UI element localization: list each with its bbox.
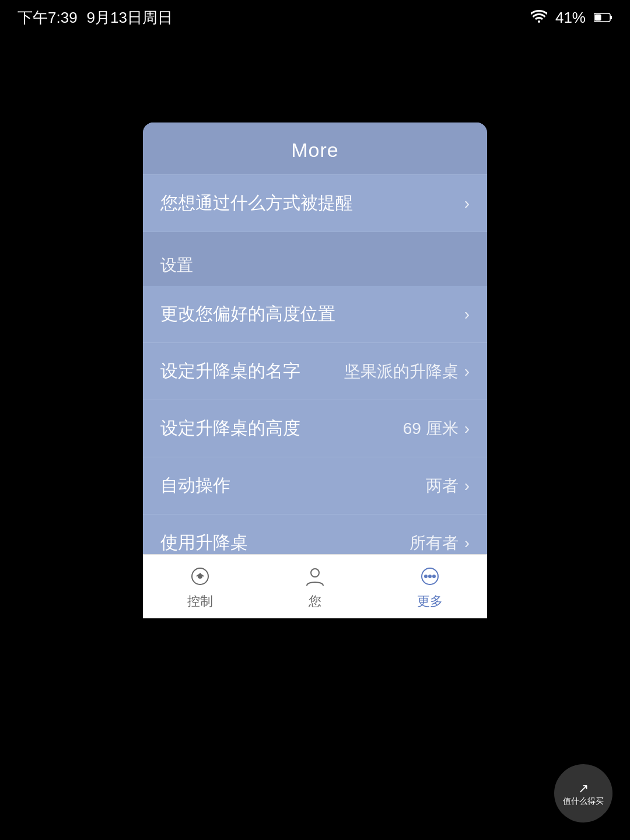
desk-users-value: 所有者 bbox=[410, 532, 459, 554]
desk-name-right: 坚果派的升降桌 › bbox=[344, 360, 470, 383]
auto-operation-item[interactable]: 自动操作 两者 › bbox=[143, 457, 487, 514]
time: 下午7:39 bbox=[18, 8, 78, 28]
notification-right: › bbox=[464, 194, 470, 213]
svg-rect-2 bbox=[595, 14, 601, 20]
watermark-arrow-icon: ↗ bbox=[578, 781, 589, 796]
svg-point-7 bbox=[425, 575, 427, 578]
gap-1 bbox=[143, 232, 487, 242]
desk-name-label: 设定升降桌的名字 bbox=[160, 359, 300, 383]
auto-operation-right: 两者 › bbox=[426, 475, 470, 497]
control-icon bbox=[187, 564, 213, 589]
auto-operation-label: 自动操作 bbox=[160, 474, 230, 498]
status-bar: 下午7:39 9月13日周日 41% bbox=[0, 0, 630, 35]
more-icon bbox=[417, 564, 443, 589]
chevron-icon-4: › bbox=[464, 419, 470, 438]
tab-control[interactable]: 控制 bbox=[176, 559, 225, 615]
svg-point-5 bbox=[311, 569, 319, 577]
desk-name-value: 坚果派的升降桌 bbox=[344, 360, 459, 383]
desk-height-right: 69 厘米 › bbox=[403, 418, 470, 440]
desk-name-item[interactable]: 设定升降桌的名字 坚果派的升降桌 › bbox=[143, 343, 487, 400]
watermark-badge: ↗ 值什么得买 bbox=[554, 764, 612, 822]
date: 9月13日周日 bbox=[87, 8, 173, 28]
wifi-icon bbox=[531, 9, 547, 27]
battery-percent: 41% bbox=[555, 9, 586, 27]
desk-height-label: 设定升降桌的高度 bbox=[160, 416, 300, 440]
app-header: More bbox=[143, 123, 487, 174]
tab-more-label: 更多 bbox=[417, 593, 443, 610]
tab-bar: 控制 您 更多 bbox=[143, 554, 487, 618]
height-position-right: › bbox=[464, 305, 470, 324]
chevron-icon-3: › bbox=[464, 362, 470, 381]
desk-users-label: 使用升降桌 bbox=[160, 531, 248, 555]
desk-users-right: 所有者 › bbox=[410, 532, 470, 554]
watermark-text: 值什么得买 bbox=[563, 796, 604, 806]
tab-user[interactable]: 您 bbox=[290, 559, 340, 615]
tab-control-label: 控制 bbox=[187, 593, 213, 610]
settings-title: 设置 bbox=[160, 256, 193, 274]
chevron-icon-2: › bbox=[464, 305, 470, 324]
tab-user-label: 您 bbox=[309, 593, 321, 610]
desk-height-item[interactable]: 设定升降桌的高度 69 厘米 › bbox=[143, 400, 487, 457]
app-title: More bbox=[291, 139, 338, 161]
svg-point-4 bbox=[198, 575, 202, 578]
notification-section: 您想通过什么方式被提醒 › bbox=[143, 174, 487, 232]
notification-label: 您想通过什么方式被提醒 bbox=[160, 191, 353, 215]
battery-icon bbox=[594, 9, 612, 27]
app-container: More 您想通过什么方式被提醒 › 设置 更改您偏好的高度位置 › 设定升降桌… bbox=[143, 123, 487, 612]
height-position-label: 更改您偏好的高度位置 bbox=[160, 302, 335, 326]
tab-more[interactable]: 更多 bbox=[405, 559, 454, 615]
chevron-icon-5: › bbox=[464, 477, 470, 495]
status-bar-right: 41% bbox=[531, 9, 612, 27]
height-position-item[interactable]: 更改您偏好的高度位置 › bbox=[143, 286, 487, 343]
chevron-icon: › bbox=[464, 194, 470, 213]
user-icon bbox=[302, 564, 328, 589]
auto-operation-value: 两者 bbox=[426, 475, 459, 497]
settings-section: 设置 更改您偏好的高度位置 › 设定升降桌的名字 坚果派的升降桌 › 设定升降桌… bbox=[143, 242, 487, 572]
settings-section-header: 设置 bbox=[143, 242, 487, 286]
svg-rect-1 bbox=[610, 16, 612, 19]
desk-height-value: 69 厘米 bbox=[403, 418, 459, 440]
notification-item[interactable]: 您想通过什么方式被提醒 › bbox=[143, 174, 487, 232]
status-bar-left: 下午7:39 9月13日周日 bbox=[18, 8, 173, 28]
svg-point-8 bbox=[429, 575, 431, 578]
chevron-icon-6: › bbox=[464, 534, 470, 552]
svg-point-9 bbox=[433, 575, 435, 578]
